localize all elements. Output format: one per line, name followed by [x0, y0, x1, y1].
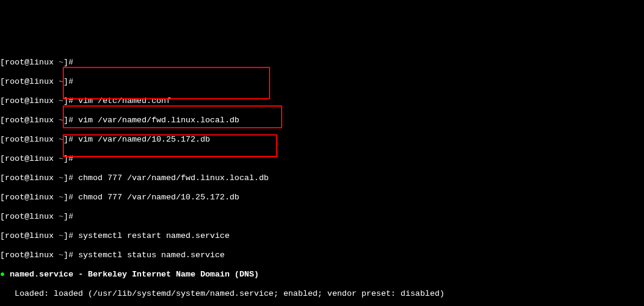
cmd-vim-named-conf: vim /etc/named.conf	[74, 96, 171, 105]
prompt-line: [root@linux ~]# vim /var/named/10.25.172…	[0, 135, 644, 145]
cmd-vim-rev-db: vim /var/named/10.25.172.db	[74, 135, 210, 144]
prompt-line: [root@linux ~]# vim /etc/named.conf	[0, 96, 644, 106]
status-title: named.service - Berkeley Internet Name D…	[5, 270, 259, 279]
terminal-output[interactable]: [root@linux ~]# [root@linux ~]# [root@li…	[0, 48, 644, 306]
prompt-end: ]#	[63, 58, 73, 67]
prompt-line: [root@linux ~]#	[0, 58, 644, 67]
cmd-systemctl-status: systemctl status named.service	[74, 251, 225, 260]
prompt-line: [root@linux ~]# vim /var/named/fwd.linux…	[0, 116, 644, 125]
prompt-line: [root@linux ~]#	[0, 154, 644, 164]
status-loaded: Loaded: loaded (/usr/lib/systemd/system/…	[0, 289, 644, 299]
cmd-chmod-rev: chmod 777 /var/named/10.25.172.db	[74, 193, 239, 202]
prompt-line: [root@linux ~]#	[0, 77, 644, 87]
prompt-user-host: [root@linux	[0, 58, 58, 67]
status-header: ● named.service - Berkeley Internet Name…	[0, 270, 644, 279]
prompt-line: [root@linux ~]# systemctl status named.s…	[0, 251, 644, 260]
cmd-vim-fwd-db: vim /var/named/fwd.linux.local.db	[74, 116, 239, 125]
cmd-systemctl-restart: systemctl restart named.service	[74, 231, 230, 240]
prompt-line: [root@linux ~]# chmod 777 /var/named/fwd…	[0, 173, 644, 183]
prompt-line: [root@linux ~]# systemctl restart named.…	[0, 231, 644, 241]
prompt-line: [root@linux ~]#	[0, 212, 644, 222]
cmd-chmod-fwd: chmod 777 /var/named/fwd.linux.local.db	[74, 173, 269, 183]
prompt-line: [root@linux ~]# chmod 777 /var/named/10.…	[0, 193, 644, 202]
status-bullet-icon: ●	[0, 270, 5, 279]
